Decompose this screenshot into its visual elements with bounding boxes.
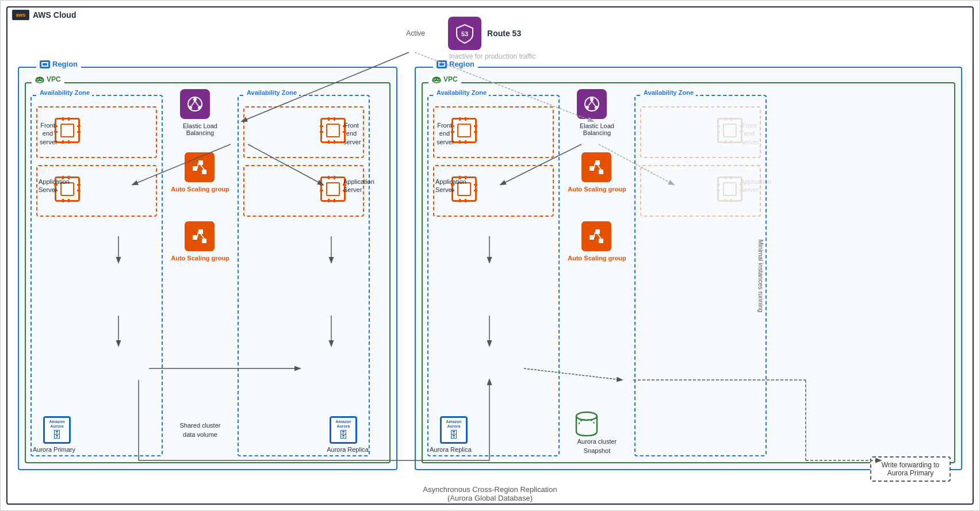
svg-rect-15 [198,160,203,165]
left-vpc-text: VPC [47,75,61,83]
right-vpc-cloud-icon [432,75,441,83]
left-asg2-label: Auto Scaling group [169,255,232,262]
write-forwarding-text: Write forwarding to Aurora Primary [882,461,939,477]
left-vpc-label: VPC [32,75,64,83]
right-vpc-text: VPC [443,75,458,83]
right-asg2-icon [581,221,611,251]
right-az1-aurora-replica: AmazonAurora 🗄 [440,416,468,444]
minimal-instances-label: Minimal instances running [757,239,764,312]
right-asg1-svg-icon [588,159,604,175]
left-region-text: Region [52,60,78,68]
left-asg1-svg-icon [192,159,208,175]
left-az2-aurora-replica: AmazonAurora 🗄 [330,416,357,444]
svg-line-46 [598,234,601,239]
left-az1-asg-frontend: Front endserver [36,106,157,158]
left-az2-label: Availability Zone [244,89,299,96]
shared-cluster-label: Shared clusterdata volume [163,421,238,439]
right-region-label: Region [433,60,478,68]
active-label: Active [406,29,425,37]
left-az1-asg-appserver: ApplicationServer [36,165,157,217]
route53-section: Active 53 Route 53 Inactive for producti… [392,17,536,60]
svg-line-41 [598,165,601,170]
svg-point-11 [198,106,201,109]
left-region-label: Region [36,60,81,68]
right-az2-asg-appserver-dim: ApplicationServer [640,165,761,217]
svg-point-9 [193,98,197,101]
svg-rect-42 [589,235,594,240]
right-az1-appserver-label: ApplicationServer [435,178,453,194]
svg-line-23 [201,234,204,239]
right-elb-svg-icon [583,95,601,113]
right-az1-aurora-replica-label: Aurora Replica [430,446,472,453]
left-az1-frontend-label: Front endserver [40,121,56,146]
left-az1-label: Availability Zone [37,89,92,96]
right-az2-box: Availability Zone [634,95,767,456]
right-az2-asg-frontend-dim: Front endserver [640,106,761,158]
svg-rect-20 [198,229,203,234]
left-elb-svg-icon [186,95,204,113]
right-elb-label: Elastic Load Balancing [565,122,629,136]
right-az1-box: Availability Zone [427,95,560,456]
svg-rect-16 [202,170,206,174]
right-region-text: Region [449,60,474,68]
left-az2-appserver-chip [320,176,346,202]
svg-line-22 [197,232,198,237]
route53-label: Route 53 [487,29,521,38]
left-asg2-icon [185,221,215,251]
vpc-cloud-icon [35,75,44,83]
svg-rect-14 [193,166,197,171]
right-az1-asg-frontend: Front endserver [433,106,554,158]
left-az2-appserver-label: ApplicationServer [343,178,361,194]
right-asg2-svg-icon [588,228,604,244]
svg-rect-21 [202,239,206,243]
left-elb-label: Elastic Load Balancing [169,122,232,136]
left-asg2-svg-icon [192,228,208,244]
aws-logo-icon: aws [12,10,29,20]
left-elb-icon [180,89,210,119]
right-az2-appserver-chip-dim [717,176,742,202]
svg-point-47 [576,412,597,420]
svg-line-45 [594,232,595,237]
aws-cloud-text: AWS Cloud [33,10,76,20]
diagram-container: aws AWS Cloud Active 53 Route 53 Inactiv… [0,0,980,511]
left-az2-frontend-label: Front endserver [343,121,359,146]
left-region-flag-icon [40,60,50,68]
right-region-flag-icon [437,60,447,68]
right-asg1-icon [581,152,611,182]
left-az2-asg-appserver: ApplicationServer [243,165,364,217]
right-az1-frontend-chip [451,118,477,143]
svg-rect-19 [193,235,197,240]
svg-rect-44 [599,239,603,243]
svg-line-36 [592,101,595,106]
left-az1-aurora-primary-label: Aurora Primary [33,446,75,453]
svg-rect-39 [599,170,603,174]
right-az2-frontend-label-dim: Front endserver [741,121,757,146]
left-az1-appserver-label: ApplicationServer [39,178,56,194]
right-snapshot-icon [571,408,603,442]
right-az1-frontend-label: Front endserver [437,121,453,146]
left-az2-box: Availability Zone [238,95,370,456]
route53-shield-icon: 53 [454,23,475,44]
svg-point-33 [585,106,589,109]
left-az1-aurora-primary: AmazonAurora 🗄 [43,416,71,444]
left-az1-frontend-chip [55,118,80,143]
right-elb-icon [577,89,607,119]
async-label: Asynchronous Cross-Region Replication(Au… [423,485,557,502]
right-asg2-label: Auto Scaling group [565,255,629,262]
right-az2-label: Availability Zone [641,89,696,96]
svg-line-17 [197,163,198,168]
right-vpc: VPC Availability Zone [422,82,955,463]
svg-line-35 [588,101,592,106]
right-asg1-label: Auto Scaling group [565,186,629,193]
left-az2-asg-frontend: Front endserver [243,106,364,158]
svg-rect-26 [439,63,444,66]
svg-rect-38 [595,160,600,165]
left-asg1-icon [185,152,215,182]
svg-point-32 [590,98,594,101]
inactive-label: Inactive for production traffic [449,52,536,60]
left-az2-frontend-chip [320,118,346,143]
right-vpc-label: VPC [428,75,461,83]
right-az2-appserver-label-dim: ApplicationServer [740,178,757,194]
left-region: Region VPC Availability Zone [18,67,397,470]
svg-line-13 [195,101,198,106]
